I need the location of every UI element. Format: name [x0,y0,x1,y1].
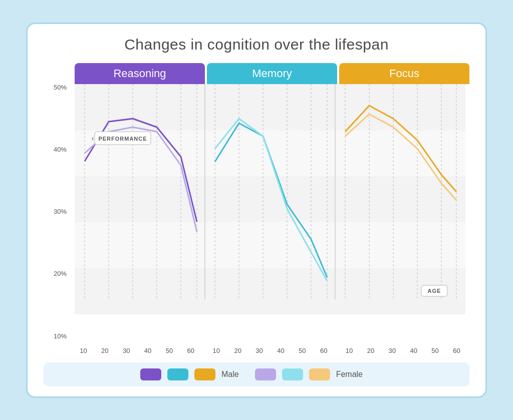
chart-svg: PERFORMANCE ‹ AGE [71,84,469,314]
x-label-r20: 20 [101,347,108,354]
x-label-r50: 50 [166,347,173,354]
performance-badge: PERFORMANCE [98,136,147,142]
y-label-40: 40% [54,146,67,153]
chart-area: Reasoning Memory Focus 50% 40% 30% 20% 1… [44,63,469,354]
svg-rect-4 [75,268,465,314]
x-label-m40: 40 [277,347,284,354]
plots-area: PERFORMANCE ‹ AGE 10 20 30 40 [71,84,469,354]
legend-bar: Male Female [44,362,469,386]
category-headers: Reasoning Memory Focus [75,63,469,84]
x-label-r60: 60 [187,347,194,354]
legend-swatch-male-focus [194,368,215,380]
x-label-r10: 10 [80,347,87,354]
x-label-r40: 40 [144,347,151,354]
legend-male-label: Male [221,370,239,379]
category-reasoning: Reasoning [75,63,205,84]
x-label-m10: 10 [213,347,220,354]
chart-body: 50% 40% 30% 20% 10% [44,84,469,354]
x-section-reasoning: 10 20 30 40 50 60 [71,347,203,354]
x-label-f10: 10 [346,347,353,354]
x-label-m20: 20 [234,347,241,354]
x-section-memory: 10 20 30 40 50 60 [203,347,336,354]
legend-female-label: Female [336,370,363,379]
x-label-f40: 40 [410,347,417,354]
svg-rect-3 [75,222,465,268]
age-badge: AGE [428,288,441,294]
category-memory: Memory [207,63,337,84]
main-card: Changes in cognition over the lifespan R… [26,23,487,398]
legend-swatch-male-memory [167,368,188,380]
legend-swatch-female-reasoning [255,368,276,380]
svg-rect-2 [75,176,465,222]
svg-text:‹: ‹ [92,134,94,142]
legend-swatch-male-reasoning [140,368,161,380]
x-label-m30: 30 [255,347,263,354]
legend-swatch-female-focus [309,368,330,380]
y-label-10: 10% [54,333,67,339]
y-label-50: 50% [54,84,67,91]
x-label-r30: 30 [123,347,130,354]
y-label-20: 20% [54,270,67,277]
x-label-m50: 50 [299,347,306,354]
x-label-f30: 30 [389,347,396,354]
x-axis: 10 20 30 40 50 60 10 20 30 40 50 60 [71,347,469,354]
x-label-m60: 60 [320,347,327,354]
category-focus: Focus [339,63,469,84]
x-label-f20: 20 [367,347,374,354]
legend-swatch-female-memory [282,368,303,380]
svg-rect-0 [75,84,465,130]
y-label-30: 30% [54,208,67,215]
y-axis: 50% 40% 30% 20% 10% [44,84,71,354]
chart-title: Changes in cognition over the lifespan [124,36,389,53]
x-label-f60: 60 [453,347,460,354]
x-label-f50: 50 [431,347,438,354]
x-section-focus: 10 20 30 40 50 60 [337,347,469,354]
svg-container: PERFORMANCE ‹ AGE [71,84,469,347]
